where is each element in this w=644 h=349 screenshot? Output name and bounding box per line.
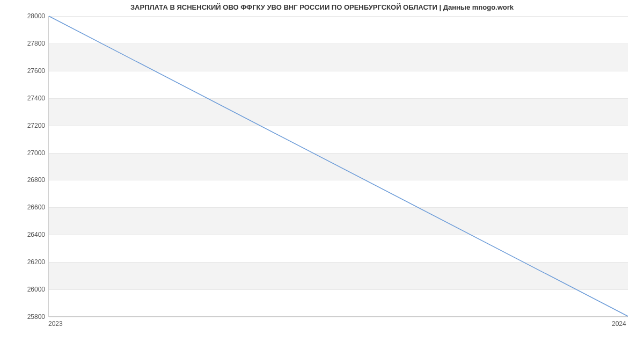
line-layer — [49, 16, 628, 316]
y-tick-label: 28000 — [2, 12, 45, 20]
y-tick-label: 26600 — [2, 203, 45, 211]
y-tick-label: 26800 — [2, 176, 45, 184]
grid-line — [49, 317, 628, 317]
y-tick-label: 27200 — [2, 122, 45, 129]
plot-area — [48, 16, 628, 317]
y-tick-label: 26000 — [2, 286, 45, 293]
series-line — [49, 16, 628, 316]
y-tick-label: 27600 — [2, 67, 45, 75]
x-tick-label: 2023 — [48, 320, 63, 328]
y-tick-label: 25800 — [2, 313, 45, 321]
x-tick-label: 2024 — [612, 320, 626, 328]
chart-title: ЗАРПЛАТА В ЯСНЕНСКИЙ ОВО ФФГКУ УВО ВНГ Р… — [0, 3, 644, 11]
y-tick-label: 27400 — [2, 94, 45, 102]
y-tick-label: 26400 — [2, 231, 45, 238]
y-tick-label: 27800 — [2, 40, 45, 47]
y-tick-label: 27000 — [2, 149, 45, 157]
chart-container: ЗАРПЛАТА В ЯСНЕНСКИЙ ОВО ФФГКУ УВО ВНГ Р… — [0, 0, 644, 349]
y-tick-label: 26200 — [2, 258, 45, 266]
